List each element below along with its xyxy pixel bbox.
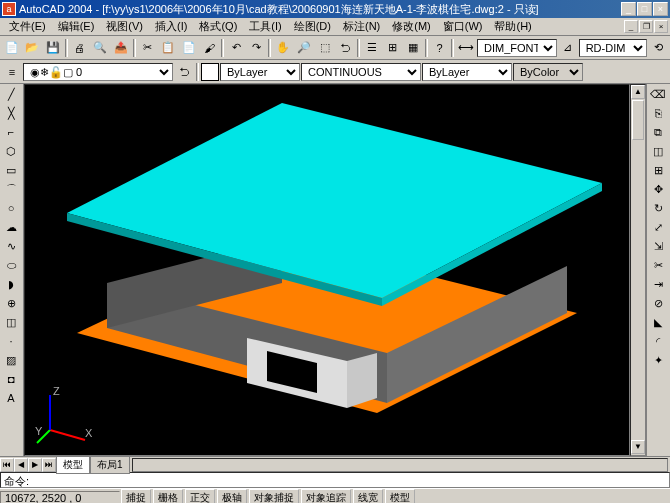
insert-icon[interactable]: ⊕ [1, 294, 21, 312]
undo-icon[interactable]: ↶ [226, 38, 246, 58]
pan-icon[interactable]: ✋ [273, 38, 293, 58]
point-icon[interactable]: · [1, 332, 21, 350]
block-icon[interactable]: ◫ [1, 313, 21, 331]
menu-dim[interactable]: 标注(N) [337, 18, 386, 35]
grid-toggle[interactable]: 栅格 [153, 489, 183, 504]
tab-prev-icon[interactable]: ◀ [14, 458, 28, 472]
mirror-icon[interactable]: ⧉ [648, 123, 668, 141]
cut-icon[interactable]: ✂ [138, 38, 158, 58]
menu-help[interactable]: 帮助(H) [488, 18, 537, 35]
preview-icon[interactable]: 🔍 [90, 38, 110, 58]
tp-icon[interactable]: ▦ [403, 38, 423, 58]
erase-icon[interactable]: ⌫ [648, 85, 668, 103]
vertical-scrollbar[interactable]: ▲ ▼ [630, 84, 646, 456]
lwt-toggle[interactable]: 线宽 [353, 489, 383, 504]
open-icon[interactable]: 📂 [23, 38, 43, 58]
line-icon[interactable]: ╱ [1, 85, 21, 103]
layer-prev-icon[interactable]: ⮌ [174, 62, 194, 82]
command-line[interactable]: 命令: [0, 472, 670, 488]
pline-icon[interactable]: ⌐ [1, 123, 21, 141]
osnap-toggle[interactable]: 对象捕捉 [249, 489, 299, 504]
move-icon[interactable]: ✥ [648, 180, 668, 198]
hatch-icon[interactable]: ▨ [1, 351, 21, 369]
menu-insert[interactable]: 插入(I) [149, 18, 193, 35]
dimstyle-combo[interactable]: RD-DIM [579, 39, 648, 57]
rect-icon[interactable]: ▭ [1, 161, 21, 179]
menu-edit[interactable]: 编辑(E) [52, 18, 101, 35]
rotate-icon[interactable]: ↻ [648, 199, 668, 217]
polar-toggle[interactable]: 极轴 [217, 489, 247, 504]
fillet-icon[interactable]: ◜ [648, 332, 668, 350]
tab-first-icon[interactable]: ⏮ [0, 458, 14, 472]
textstyle-combo[interactable]: DIM_FONT [477, 39, 557, 57]
zoom-prev-icon[interactable]: ⮌ [335, 38, 355, 58]
doc-minimize[interactable]: _ [624, 20, 638, 33]
stretch-icon[interactable]: ⇲ [648, 237, 668, 255]
layer-combo[interactable]: ◉❄🔓▢ 0 [23, 63, 173, 81]
dim-icon[interactable]: ⟷ [456, 38, 476, 58]
menu-modify[interactable]: 修改(M) [386, 18, 437, 35]
close-button[interactable]: × [653, 2, 668, 16]
revcloud-icon[interactable]: ☁ [1, 218, 21, 236]
copy-icon[interactable]: 📋 [158, 38, 178, 58]
xline-icon[interactable]: ╳ [1, 104, 21, 122]
model-tab[interactable]: 模型 [56, 456, 90, 474]
doc-close[interactable]: × [654, 20, 668, 33]
spline-icon[interactable]: ∿ [1, 237, 21, 255]
new-icon[interactable]: 📄 [2, 38, 22, 58]
snap-toggle[interactable]: 捕捉 [121, 489, 151, 504]
dc-icon[interactable]: ⊞ [383, 38, 403, 58]
minimize-button[interactable]: _ [621, 2, 636, 16]
menu-window[interactable]: 窗口(W) [437, 18, 489, 35]
ortho-toggle[interactable]: 正交 [185, 489, 215, 504]
zoom-rt-icon[interactable]: 🔎 [294, 38, 314, 58]
trim-icon[interactable]: ✂ [648, 256, 668, 274]
color-combo[interactable]: ByLayer [220, 63, 300, 81]
props-icon[interactable]: ☰ [362, 38, 382, 58]
dim2-icon[interactable]: ⊿ [558, 38, 578, 58]
extend-icon[interactable]: ⇥ [648, 275, 668, 293]
scroll-thumb[interactable] [632, 100, 644, 140]
publish-icon[interactable]: 📤 [111, 38, 131, 58]
model-viewport[interactable]: X Y Z [24, 84, 630, 456]
break-icon[interactable]: ⊘ [648, 294, 668, 312]
paste-icon[interactable]: 📄 [179, 38, 199, 58]
ellarc-icon[interactable]: ◗ [1, 275, 21, 293]
menu-file[interactable]: 文件(E) [3, 18, 52, 35]
redo-icon[interactable]: ↷ [247, 38, 267, 58]
save-icon[interactable]: 💾 [43, 38, 63, 58]
help-icon[interactable]: ? [430, 38, 450, 58]
color-swatch[interactable] [201, 63, 219, 81]
model-toggle[interactable]: 模型 [385, 489, 415, 504]
zoom-win-icon[interactable]: ⬚ [315, 38, 335, 58]
array-icon[interactable]: ⊞ [648, 161, 668, 179]
explode-icon[interactable]: ✦ [648, 351, 668, 369]
print-icon[interactable]: 🖨 [70, 38, 90, 58]
circle-icon[interactable]: ○ [1, 199, 21, 217]
menu-view[interactable]: 视图(V) [100, 18, 149, 35]
linetype-combo[interactable]: CONTINUOUS [301, 63, 421, 81]
doc-restore[interactable]: ❐ [639, 20, 653, 33]
lineweight-combo[interactable]: ByLayer [422, 63, 512, 81]
scroll-down-icon[interactable]: ▼ [631, 440, 645, 454]
mtext-icon[interactable]: A [1, 389, 21, 407]
scale-icon[interactable]: ⤢ [648, 218, 668, 236]
scroll-up-icon[interactable]: ▲ [631, 85, 645, 99]
tab-last-icon[interactable]: ⏭ [42, 458, 56, 472]
ellipse-icon[interactable]: ⬭ [1, 256, 21, 274]
arc-icon[interactable]: ⌒ [1, 180, 21, 198]
menu-draw[interactable]: 绘图(D) [288, 18, 337, 35]
maximize-button[interactable]: □ [637, 2, 652, 16]
menu-format[interactable]: 格式(Q) [193, 18, 243, 35]
layout-tab[interactable]: 布局1 [90, 456, 130, 474]
otrack-toggle[interactable]: 对象追踪 [301, 489, 351, 504]
offset-icon[interactable]: ◫ [648, 142, 668, 160]
polygon-icon[interactable]: ⬡ [1, 142, 21, 160]
region-icon[interactable]: ◘ [1, 370, 21, 388]
menu-tools[interactable]: 工具(I) [243, 18, 287, 35]
tab-next-icon[interactable]: ▶ [28, 458, 42, 472]
dimup-icon[interactable]: ⟲ [648, 38, 668, 58]
hscroll-track[interactable] [132, 458, 668, 472]
match-icon[interactable]: 🖌 [200, 38, 220, 58]
copy2-icon[interactable]: ⎘ [648, 104, 668, 122]
